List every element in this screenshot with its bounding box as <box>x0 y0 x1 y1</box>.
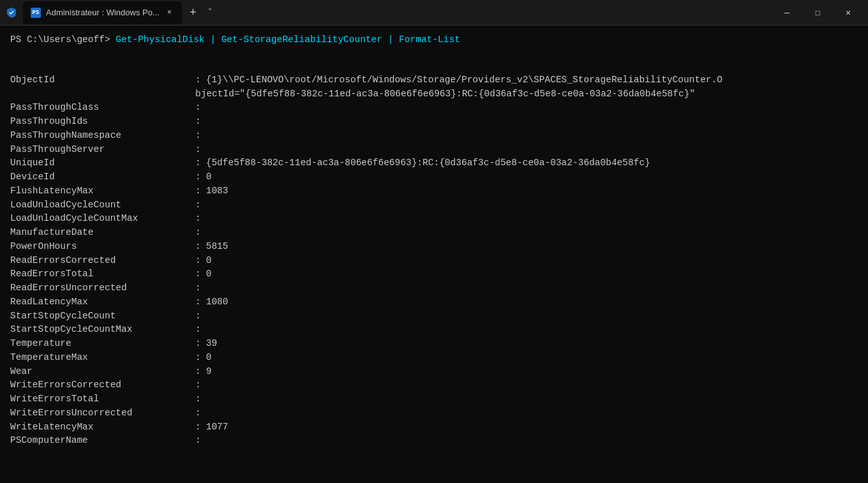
field-name: UniqueId <box>10 156 195 170</box>
field-value: 1077 <box>206 420 228 435</box>
field-name: PassThroughClass <box>10 101 195 115</box>
table-row: StartStopCycleCount : <box>10 309 858 323</box>
field-name: Temperature <box>10 337 195 351</box>
table-row: WriteErrorsTotal : <box>10 392 858 406</box>
table-row: StartStopCycleCountMax : <box>10 323 858 337</box>
table-row: TemperatureMax : 0 <box>10 351 858 365</box>
field-colon: : <box>195 156 201 170</box>
field-colon: : <box>195 115 201 129</box>
field-colon: : <box>195 406 201 420</box>
field-name: ReadErrorsTotal <box>10 267 195 281</box>
new-tab-button[interactable]: + <box>184 4 202 22</box>
field-colon: : <box>195 143 201 157</box>
field-colon: : <box>195 73 201 87</box>
field-colon: : <box>195 378 201 392</box>
field-colon: : <box>195 309 201 323</box>
field-name: FlushLatencyMax <box>10 184 195 198</box>
close-button[interactable]: ✕ <box>834 3 863 23</box>
table-row: ReadErrorsTotal : 0 <box>10 267 858 281</box>
field-continuation: bjectId="{5dfe5f88-382c-11ed-ac3a-806e6f… <box>10 87 858 101</box>
output-section: ObjectId : {1}\\PC-LENOVO\root/Microsoft… <box>10 73 858 448</box>
field-colon: : <box>195 212 201 226</box>
table-row: PassThroughServer : <box>10 143 858 157</box>
field-name: WriteErrorsCorrected <box>10 378 195 392</box>
field-value: 0 <box>206 351 212 365</box>
field-name: WriteErrorsUncorrected <box>10 406 195 420</box>
field-colon: : <box>195 240 201 254</box>
table-row: ManufactureDate : <box>10 226 858 240</box>
field-colon: : <box>195 351 201 365</box>
field-colon: : <box>195 198 201 212</box>
field-value: {5dfe5f88-382c-11ed-ac3a-806e6f6e6963}:R… <box>206 156 650 170</box>
table-row: ReadLatencyMax : 1080 <box>10 295 858 309</box>
table-row: ReadErrorsCorrected : 0 <box>10 254 858 268</box>
field-name: StartStopCycleCount <box>10 309 195 323</box>
field-value: 0 <box>206 267 212 281</box>
field-colon: : <box>195 420 201 435</box>
field-name: PassThroughNamespace <box>10 129 195 143</box>
table-row: PassThroughIds : <box>10 115 858 129</box>
field-colon: : <box>195 392 201 406</box>
maximize-button[interactable]: ☐ <box>803 3 832 23</box>
field-name: WriteErrorsTotal <box>10 392 195 406</box>
field-name: ReadErrorsCorrected <box>10 254 195 268</box>
prompt-ps: PS C:\Users\geoff> <box>10 34 110 45</box>
field-value: 39 <box>206 337 217 351</box>
tab-close-button[interactable]: × <box>165 7 174 19</box>
table-row: WriteErrorsUncorrected : <box>10 406 858 420</box>
field-value: 0 <box>206 254 212 268</box>
blank-spacer <box>10 52 858 66</box>
field-colon: : <box>195 337 201 351</box>
field-colon: : <box>195 226 201 240</box>
table-row: WriteLatencyMax : 1077 <box>10 420 858 435</box>
field-value: 0 <box>206 170 212 184</box>
dropdown-button[interactable]: ˅ <box>204 5 216 20</box>
table-row: Temperature : 39 <box>10 337 858 351</box>
field-name: WriteLatencyMax <box>10 420 195 435</box>
field-name: ObjectId <box>10 73 195 87</box>
field-value: 5815 <box>206 240 228 254</box>
active-tab[interactable]: PS Administrateur : Windows Po... × <box>23 1 182 24</box>
field-colon: : <box>195 281 201 295</box>
table-row: PassThroughNamespace : <box>10 129 858 143</box>
table-row: LoadUnloadCycleCountMax : <box>10 212 858 226</box>
field-name: ReadErrorsUncorrected <box>10 281 195 295</box>
tab-area: PS Administrateur : Windows Po... × + ˅ <box>23 1 767 24</box>
minimize-button[interactable]: — <box>772 3 802 23</box>
table-row: ReadErrorsUncorrected : <box>10 281 858 295</box>
table-row: UniqueId : {5dfe5f88-382c-11ed-ac3a-806e… <box>10 156 858 170</box>
terminal-body: PS C:\Users\geoff> Get-PhysicalDisk | Ge… <box>0 26 868 483</box>
table-row: ObjectId : {1}\\PC-LENOVO\root/Microsoft… <box>10 73 858 87</box>
field-colon: : <box>195 434 201 448</box>
table-row: WriteErrorsCorrected : <box>10 378 858 392</box>
app-icon <box>5 6 18 19</box>
field-name: DeviceId <box>10 170 195 184</box>
powershell-tab-icon: PS <box>31 8 41 18</box>
field-name: PassThroughIds <box>10 115 195 129</box>
field-name: TemperatureMax <box>10 351 195 365</box>
field-value: {1}\\PC-LENOVO\root/Microsoft/Windows/St… <box>206 73 722 87</box>
field-colon: : <box>195 365 201 379</box>
field-colon: : <box>195 323 201 337</box>
field-colon: : <box>195 295 201 309</box>
field-name: ManufactureDate <box>10 226 195 240</box>
title-bar: PS Administrateur : Windows Po... × + ˅ … <box>0 0 868 26</box>
table-row: Wear : 9 <box>10 365 858 379</box>
field-value: 1083 <box>206 184 228 198</box>
field-name: PowerOnHours <box>10 240 195 254</box>
field-name: LoadUnloadCycleCount <box>10 198 195 212</box>
field-name: ReadLatencyMax <box>10 295 195 309</box>
field-name: PassThroughServer <box>10 143 195 157</box>
table-row: PSComputerName : <box>10 434 858 448</box>
field-name: LoadUnloadCycleCountMax <box>10 212 195 226</box>
field-name: Wear <box>10 365 195 379</box>
field-name: PSComputerName <box>10 434 195 448</box>
field-name: StartStopCycleCountMax <box>10 323 195 337</box>
field-colon: : <box>195 267 201 281</box>
field-colon: : <box>195 129 201 143</box>
field-colon: : <box>195 254 201 268</box>
window-controls: — ☐ ✕ <box>772 3 863 23</box>
table-row: LoadUnloadCycleCount : <box>10 198 858 212</box>
field-colon: : <box>195 170 201 184</box>
table-row: DeviceId : 0 <box>10 170 858 184</box>
